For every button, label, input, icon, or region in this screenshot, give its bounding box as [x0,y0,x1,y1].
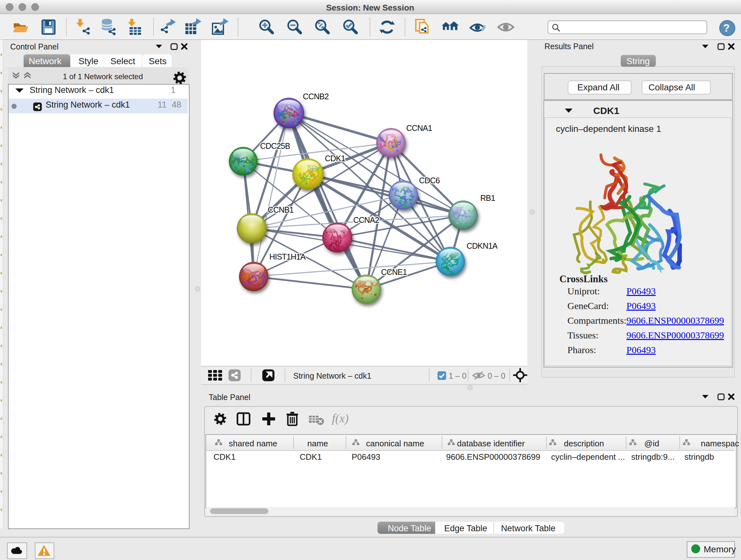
svg-text:CDKN1A: CDKN1A [467,241,498,250]
svg-text:CCNA2: CCNA2 [353,215,379,225]
svg-text:CDC25B: CDC25B [260,141,290,150]
svg-text:CCNB2: CCNB2 [303,92,329,101]
svg-text:CCNA1: CCNA1 [406,124,432,132]
svg-text:CCNB1: CCNB1 [268,205,293,214]
svg-text:HIST1H1A: HIST1H1A [269,252,306,261]
svg-text:CCNE1: CCNE1 [381,267,407,276]
svg-text:CDC6: CDC6 [419,176,440,185]
svg-text:CDK1: CDK1 [325,154,345,163]
svg-text:RB1: RB1 [480,193,495,202]
